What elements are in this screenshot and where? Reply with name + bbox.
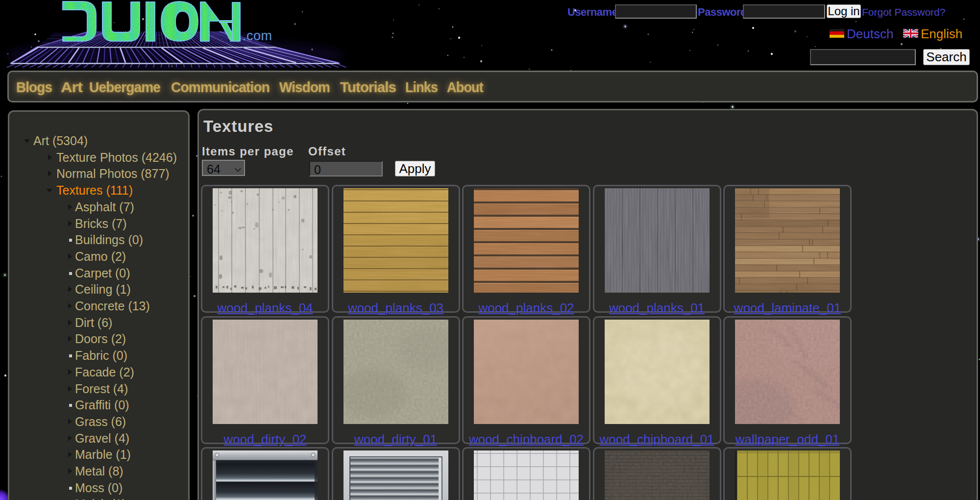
svg-text:.com: .com — [243, 28, 272, 43]
